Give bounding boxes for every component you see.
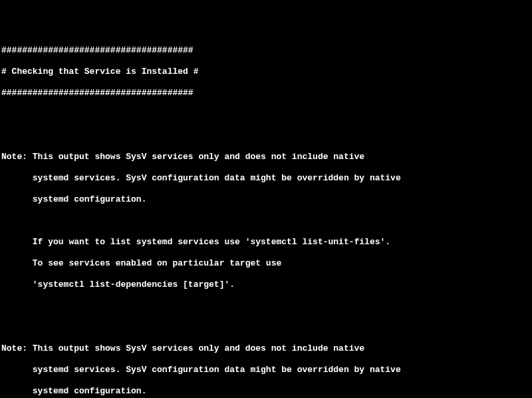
note1-l4: If you want to list systemd services use… xyxy=(1,237,531,248)
note2-l2: systemd services. SysV configuration dat… xyxy=(1,365,531,375)
note2-l3: systemd configuration. xyxy=(1,386,531,397)
note1-l5: To see services enabled on particular ta… xyxy=(1,258,531,269)
note1-l1: Note: This output shows SysV services on… xyxy=(1,152,531,162)
note1-l6: 'systemctl list-dependencies [target]'. xyxy=(1,280,531,290)
section-checking-title: # Checking that Service is Installed # xyxy=(1,67,531,77)
blank-line xyxy=(1,109,531,120)
note1-l3: systemd configuration. xyxy=(1,194,531,205)
note2-l1: Note: This output shows SysV services on… xyxy=(1,343,531,354)
blank-line xyxy=(1,322,531,333)
blank-line xyxy=(1,301,531,311)
section-checking-border-bottom: ##################################### xyxy=(1,88,531,99)
section-checking-border-top: ##################################### xyxy=(1,45,531,56)
blank-line xyxy=(1,130,531,141)
note1-l2: systemd services. SysV configuration dat… xyxy=(1,173,531,184)
blank-line xyxy=(1,216,531,226)
